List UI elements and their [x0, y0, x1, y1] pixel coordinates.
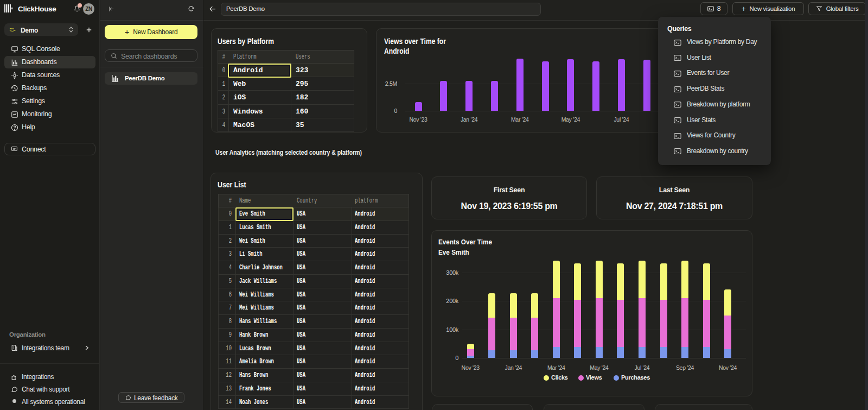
svg-text:aws: aws — [10, 27, 14, 30]
